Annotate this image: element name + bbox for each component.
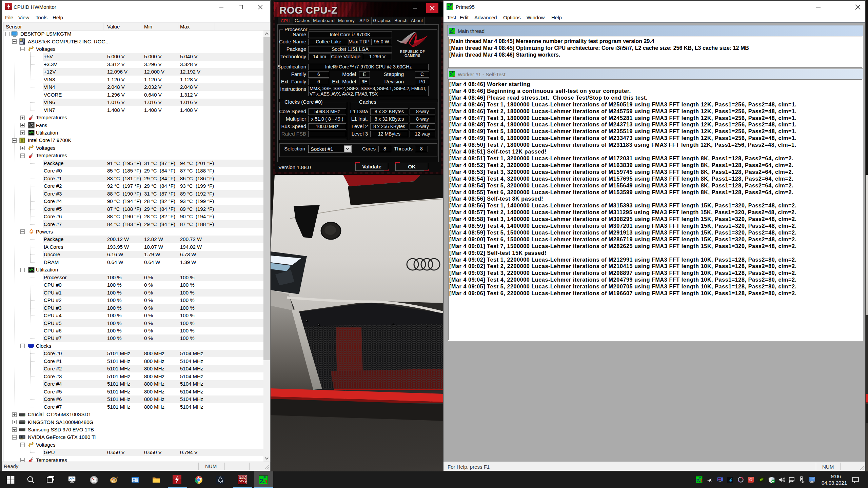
svg-text:C: C [749, 478, 752, 482]
svg-text:60: 60 [718, 478, 721, 481]
